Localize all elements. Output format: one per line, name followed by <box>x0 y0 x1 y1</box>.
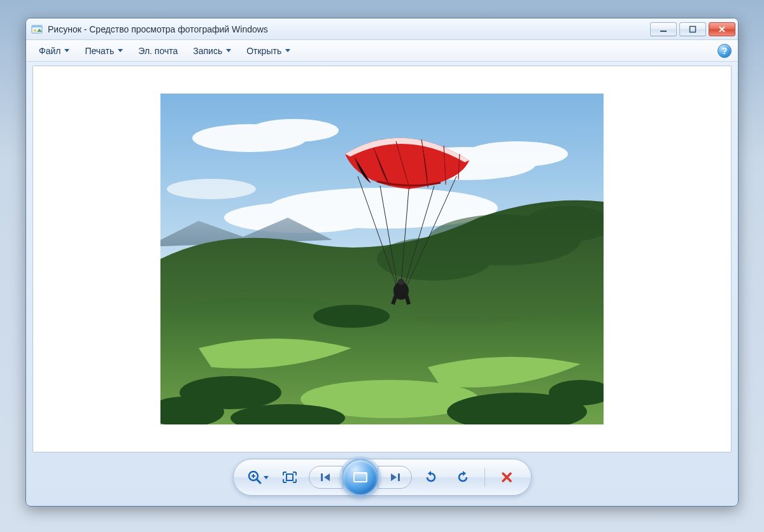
slideshow-icon <box>353 472 367 482</box>
chevron-down-icon <box>264 476 269 479</box>
help-icon: ? <box>722 46 728 56</box>
window-controls <box>647 22 735 36</box>
menu-label: Файл <box>39 46 60 56</box>
chevron-down-icon <box>285 49 290 52</box>
svg-rect-38 <box>398 473 400 481</box>
svg-rect-4 <box>690 26 696 32</box>
minimize-icon <box>660 25 667 33</box>
controls-pill <box>233 459 532 496</box>
menubar: Файл Печать Эл. почта Запись Открыть ? <box>26 40 738 62</box>
svg-point-7 <box>250 119 339 142</box>
rotate-ccw-icon <box>423 470 439 485</box>
svg-rect-37 <box>321 473 323 481</box>
svg-rect-3 <box>660 31 667 32</box>
app-icon <box>31 24 43 35</box>
menu-file[interactable]: Файл <box>32 43 76 59</box>
rotate-ccw-button[interactable] <box>418 465 444 490</box>
svg-rect-1 <box>32 25 42 27</box>
rotate-cw-button[interactable] <box>450 465 476 490</box>
svg-line-33 <box>257 479 260 483</box>
menu-label: Запись <box>193 46 222 56</box>
chevron-down-icon <box>226 49 231 52</box>
menu-email[interactable]: Эл. почта <box>132 43 184 59</box>
svg-point-2 <box>34 29 36 32</box>
zoom-button[interactable] <box>245 465 271 490</box>
svg-point-15 <box>377 237 492 281</box>
actual-size-button[interactable] <box>277 465 302 490</box>
svg-point-19 <box>313 305 390 328</box>
menu-label: Эл. почта <box>138 46 178 56</box>
close-button[interactable] <box>709 22 735 36</box>
menu-print[interactable]: Печать <box>78 43 129 59</box>
next-button[interactable] <box>378 466 412 489</box>
previous-button[interactable] <box>309 466 343 489</box>
app-window: Рисунок - Средство просмотра фотографий … <box>25 18 739 507</box>
svg-point-29 <box>398 279 404 285</box>
close-icon <box>718 25 726 33</box>
slideshow-button[interactable] <box>342 459 379 496</box>
svg-point-12 <box>167 179 256 199</box>
svg-point-9 <box>466 141 568 167</box>
menu-burn[interactable]: Запись <box>187 43 237 59</box>
window-title: Рисунок - Средство просмотра фотографий … <box>48 24 642 34</box>
svg-rect-36 <box>286 474 293 480</box>
titlebar[interactable]: Рисунок - Средство просмотра фотографий … <box>26 18 738 40</box>
menu-label: Открыть <box>246 46 281 56</box>
image-viewport[interactable] <box>32 66 732 452</box>
controls-bar <box>26 452 738 506</box>
delete-button[interactable] <box>494 465 520 490</box>
menu-open[interactable]: Открыть <box>240 43 297 59</box>
minimize-button[interactable] <box>650 22 677 36</box>
delete-icon <box>500 471 513 484</box>
divider <box>485 468 485 487</box>
previous-icon <box>320 472 332 482</box>
menu-label: Печать <box>85 46 114 56</box>
chevron-down-icon <box>118 49 123 52</box>
nav-group <box>309 459 412 496</box>
rotate-cw-icon <box>455 470 470 485</box>
chevron-down-icon <box>64 49 69 52</box>
maximize-button[interactable] <box>679 22 706 36</box>
displayed-image <box>160 94 604 424</box>
maximize-icon <box>689 25 697 33</box>
next-icon <box>388 472 401 482</box>
zoom-in-icon <box>247 470 262 485</box>
actual-size-icon <box>281 470 298 484</box>
help-button[interactable]: ? <box>718 44 732 58</box>
